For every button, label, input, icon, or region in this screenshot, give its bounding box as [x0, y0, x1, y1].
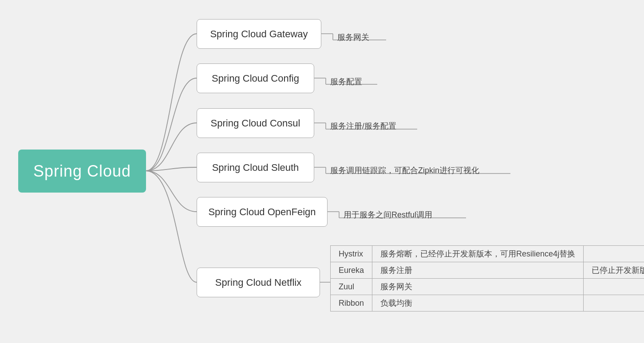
cell-zuul-name: Zuul [331, 279, 372, 295]
cell-eureka-name: Eureka [331, 262, 372, 279]
gateway-leaf-label: 服务网关 [337, 32, 369, 43]
table-row: Eureka 服务注册 已停止开发新版本 [331, 262, 644, 279]
branch-consul: Spring Cloud Consul [197, 108, 314, 138]
branch-openfeign: Spring Cloud OpenFeign [197, 197, 328, 227]
cell-ribbon-name: Ribbon [331, 295, 372, 311]
spring-cloud-center: Spring Cloud [18, 150, 146, 193]
openfeign-leaf-label: 用于服务之间Restful调用 [344, 209, 432, 220]
cell-zuul-note [584, 279, 644, 295]
branch-netflix: Spring Cloud Netflix [197, 268, 320, 297]
branch-gateway: Spring Cloud Gateway [197, 19, 321, 49]
config-leaf-label: 服务配置 [330, 76, 362, 87]
sleuth-leaf-label: 服务调用链跟踪，可配合Zipkin进行可视化 [330, 165, 479, 176]
table-row: Hystrix 服务熔断，已经停止开发新版本，可用Resilience4j替换 [331, 246, 644, 262]
branch-config: Spring Cloud Config [197, 63, 314, 93]
netflix-table: Hystrix 服务熔断，已经停止开发新版本，可用Resilience4j替换 … [330, 245, 644, 311]
table-row: Ribbon 负载均衡 [331, 295, 644, 311]
cell-ribbon-note [584, 295, 644, 311]
cell-ribbon-desc: 负载均衡 [372, 295, 584, 311]
consul-leaf-label: 服务注册/服务配置 [330, 121, 396, 131]
cell-zuul-desc: 服务网关 [372, 279, 584, 295]
branch-sleuth: Spring Cloud Sleuth [197, 153, 314, 182]
cell-eureka-desc: 服务注册 [372, 262, 584, 279]
table-row: Zuul 服务网关 [331, 279, 644, 295]
cell-hystrix-note [584, 246, 644, 262]
cell-hystrix-desc: 服务熔断，已经停止开发新版本，可用Resilience4j替换 [372, 246, 584, 262]
cell-hystrix-name: Hystrix [331, 246, 372, 262]
cell-eureka-note: 已停止开发新版本 [584, 262, 644, 279]
